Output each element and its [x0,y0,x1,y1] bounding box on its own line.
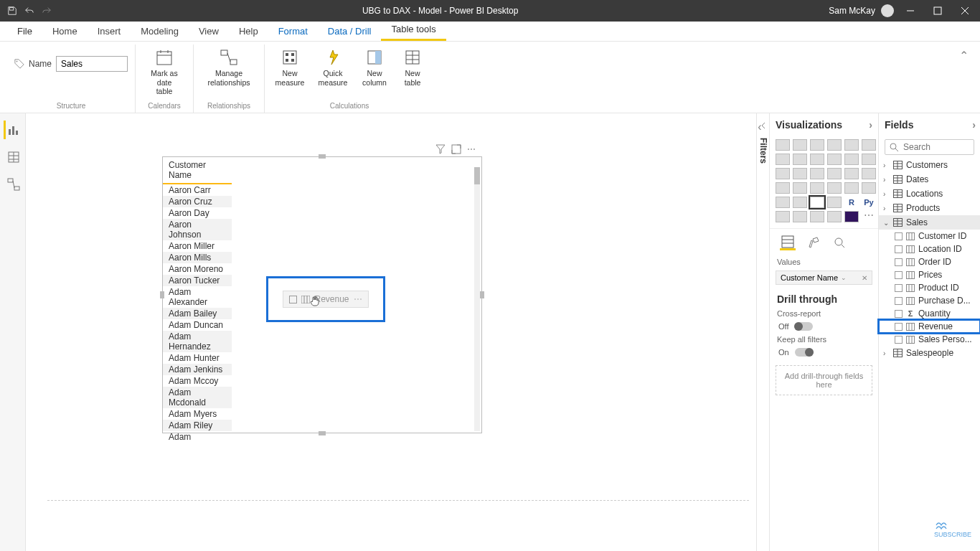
viz-multi-card[interactable] [862,182,876,194]
table-row[interactable]: Adam Bailey [163,308,232,319]
chevron-down-icon[interactable]: ⌄ [841,274,847,281]
viz-matrix[interactable] [827,197,842,208]
checkbox-icon[interactable] [895,284,903,292]
viz-donut[interactable] [844,168,859,179]
scrollbar-track[interactable] [474,167,480,431]
viz-stacked-area[interactable] [810,154,824,165]
table-row[interactable]: Adam Alexander [163,286,232,308]
viz-line[interactable] [776,154,790,165]
checkbox-icon[interactable] [895,336,903,344]
collapse-ribbon-icon[interactable]: ⌃ [959,44,973,113]
undo-icon[interactable] [24,6,34,16]
table-row[interactable]: Adam Jenkins [163,364,232,375]
field-location-id[interactable]: Location ID [879,242,980,255]
viz-treemap[interactable] [862,168,876,179]
remove-field-icon[interactable]: ✕ [862,274,867,282]
save-icon[interactable] [7,6,17,16]
viz-waterfall[interactable] [776,168,790,179]
viz-decomp[interactable] [793,211,807,222]
viz-card[interactable] [844,182,859,194]
table-node-salespeople[interactable]: ›Salespeople [879,346,980,360]
fields-tab-icon[interactable] [780,235,796,250]
manage-relationships-button[interactable]: Manage relationships [201,44,257,87]
field-order-id[interactable]: Order ID [879,255,980,268]
value-field-chip[interactable]: Customer Name ⌄ ✕ [776,270,872,285]
table-row[interactable]: Adam Mcdonald [163,387,232,408]
table-row[interactable]: Adam Mccoy [163,375,232,387]
checkbox-icon[interactable] [895,258,903,266]
table-row[interactable]: Adam Duncan [163,319,232,331]
table-row[interactable]: Adam Riley [163,420,232,431]
field-sales-perso-[interactable]: Sales Perso... [879,333,980,346]
report-view-button[interactable] [4,121,22,139]
viz-clustered-bar[interactable] [810,139,824,151]
tab-home[interactable]: Home [42,22,88,41]
table-node-locations[interactable]: ›Locations [879,187,980,201]
new-table-button[interactable]: New table [398,44,427,87]
table-node-sales[interactable]: ⌄Sales [879,215,980,230]
field-prices[interactable]: Prices [879,268,980,281]
tab-table-tools[interactable]: Table tools [381,19,446,41]
viz-stacked-bar[interactable] [776,139,790,151]
user-name[interactable]: Sam McKay [829,6,875,16]
column-header[interactable]: Customer Name [163,157,232,184]
table-row[interactable]: Aaron Day [163,207,232,219]
table-row[interactable]: Adam Myers [163,408,232,420]
viz-ribbon[interactable] [862,154,876,165]
search-input[interactable] [903,142,968,152]
filter-icon[interactable] [435,144,446,154]
name-input[interactable] [56,56,128,72]
checkbox-icon[interactable] [895,232,903,240]
viz-100-column[interactable] [862,139,876,151]
report-canvas[interactable]: ⋯ Customer Name Aaron CarrAaron CruzAaro… [26,113,756,551]
checkbox-icon[interactable] [895,310,903,318]
checkbox-icon[interactable] [895,297,903,305]
viz-more[interactable]: ⋯ [862,211,876,222]
table-row[interactable]: Aaron Moreno [163,263,232,275]
viz-clustered-column[interactable] [827,139,842,151]
table-row[interactable]: Aaron Miller [163,240,232,252]
maximize-button[interactable] [927,0,948,22]
viz-pane-chevron-icon[interactable]: › [869,119,872,131]
viz-slicer[interactable] [793,197,807,208]
tab-view[interactable]: View [189,22,229,41]
tab-modeling[interactable]: Modeling [131,22,189,41]
fields-search[interactable] [885,139,974,155]
quick-measure-button[interactable]: Quick measure [315,44,351,87]
minimize-button[interactable] [900,0,921,22]
cross-report-toggle[interactable] [794,322,813,331]
new-measure-button[interactable]: New measure [272,44,308,87]
viz-line-stacked[interactable] [827,154,842,165]
close-button[interactable] [954,0,976,22]
table-row[interactable]: Aaron Tucker [163,275,232,286]
field-product-id[interactable]: Product ID [879,281,980,294]
table-row[interactable]: Aaron Carr [163,184,232,196]
tab-help[interactable]: Help [229,22,268,41]
viz-area[interactable] [793,154,807,165]
viz-arcgis[interactable] [844,211,859,222]
viz-funnel[interactable] [793,168,807,179]
resize-handle-bottom[interactable] [319,431,326,435]
field-customer-id[interactable]: Customer ID [879,230,980,242]
tab-insert[interactable]: Insert [88,22,131,41]
data-view-button[interactable] [4,148,22,166]
subscribe-badge[interactable]: SUBSCRIBE [934,519,971,538]
keep-filters-toggle[interactable] [795,348,814,357]
viz-kpi[interactable] [776,197,790,208]
format-tab-icon[interactable] [806,235,821,250]
focus-mode-icon[interactable] [451,144,461,154]
analytics-tab-icon[interactable] [831,235,847,250]
table-row[interactable]: Adam Thompson [163,431,232,440]
viz-qa[interactable] [810,211,824,222]
field-revenue[interactable]: Revenue [879,320,980,333]
viz-gauge[interactable] [827,182,842,194]
resize-handle-top[interactable] [319,154,326,159]
viz-100-bar[interactable] [844,139,859,151]
more-options-icon[interactable]: ⋯ [467,144,477,154]
model-view-button[interactable] [4,175,22,194]
viz-pie[interactable] [827,168,842,179]
field-quantity[interactable]: ΣQuantity [879,307,980,320]
table-row[interactable]: Adam Hernandez [163,331,232,352]
checkbox-icon[interactable] [895,245,903,253]
scrollbar-thumb[interactable] [474,167,480,184]
